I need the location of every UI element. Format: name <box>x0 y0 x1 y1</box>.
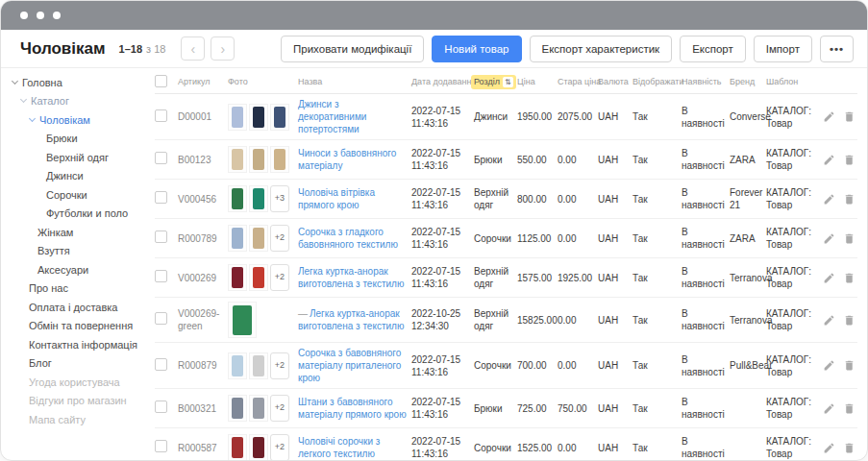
next-page-button[interactable]: › <box>211 36 235 61</box>
product-photo[interactable] <box>228 264 247 291</box>
sidebar-item-11[interactable]: Про нас <box>1 279 147 299</box>
edit-icon[interactable] <box>823 442 835 454</box>
edit-icon[interactable] <box>823 110 835 123</box>
product-photo[interactable] <box>228 225 247 252</box>
product-photo[interactable] <box>249 434 268 460</box>
export-button[interactable]: Експорт <box>680 36 746 62</box>
row-checkbox[interactable] <box>155 152 167 164</box>
sidebar-item-16[interactable]: Угода користувача <box>1 373 147 392</box>
sidebar-item-10[interactable]: Аксесуари <box>1 260 147 279</box>
sidebar-item-5[interactable]: Джинси <box>1 167 147 186</box>
sidebar-item-14[interactable]: Контактна інформація <box>1 335 147 354</box>
sidebar-item-17[interactable]: Відгуки про магазин <box>1 392 147 411</box>
edit-icon[interactable] <box>823 314 835 327</box>
import-button[interactable]: Імпорт <box>754 36 812 62</box>
sidebar-item-12[interactable]: Оплата і доставка <box>1 298 147 317</box>
row-checkbox[interactable] <box>155 270 167 282</box>
sidebar-item-2[interactable]: Чоловікам <box>1 110 147 130</box>
sidebar-item-9[interactable]: Взуття <box>1 242 147 261</box>
row-checkbox[interactable] <box>155 230 167 243</box>
window-minimize-button[interactable] <box>37 12 44 19</box>
product-photo[interactable] <box>228 302 257 338</box>
row-checkbox[interactable] <box>155 358 167 371</box>
product-photo[interactable] <box>249 395 268 422</box>
more-photos-badge[interactable]: +2 <box>270 434 289 460</box>
hide-modifications-button[interactable]: Приховати модифікації <box>281 36 424 62</box>
sidebar-item-18[interactable]: Мапа сайту <box>1 410 147 429</box>
product-link[interactable]: Джинси з декоративними потертостями <box>298 99 366 134</box>
column-header-sku[interactable]: Артикул <box>178 77 228 86</box>
more-actions-button[interactable]: ••• <box>820 36 854 62</box>
edit-icon[interactable] <box>823 272 835 284</box>
product-photo[interactable] <box>228 352 247 379</box>
product-photo[interactable] <box>270 146 289 173</box>
product-photo[interactable] <box>228 104 247 131</box>
sidebar-item-15[interactable]: Блог <box>1 354 147 374</box>
window-maximize-button[interactable] <box>53 12 61 19</box>
product-link[interactable]: Сорочка з бавовняного матеріалу притален… <box>298 348 401 383</box>
delete-icon[interactable] <box>843 272 856 284</box>
column-header-currency[interactable]: Валюта <box>598 77 632 86</box>
product-link[interactable]: Чоловічі сорочки з легкого текстилю <box>298 436 380 459</box>
edit-icon[interactable] <box>823 232 835 245</box>
sidebar-item-3[interactable]: Брюки <box>1 130 147 149</box>
product-photo[interactable] <box>228 146 247 173</box>
sidebar-item-4[interactable]: Верхній одяг <box>1 148 147 167</box>
edit-icon[interactable] <box>823 359 835 372</box>
column-header-section[interactable]: Розділ ⇅ <box>474 75 517 89</box>
sidebar-item-7[interactable]: Футболки и поло <box>1 205 147 224</box>
more-photos-badge[interactable]: +3 <box>270 185 289 212</box>
product-link[interactable]: Штани з бавовняного матеріалу прямого кр… <box>298 397 407 420</box>
column-header-name[interactable]: Назва <box>298 77 411 86</box>
product-photo[interactable] <box>249 146 268 173</box>
column-header-availability[interactable]: Наявність <box>682 77 730 86</box>
product-photo[interactable] <box>228 185 247 212</box>
column-header-old-price[interactable]: Стара ціна <box>558 77 598 86</box>
more-photos-badge[interactable]: +2 <box>270 395 289 422</box>
product-photo[interactable] <box>249 264 268 291</box>
column-header-display[interactable]: Відображати <box>632 77 682 86</box>
product-photo[interactable] <box>228 434 247 460</box>
edit-icon[interactable] <box>823 402 835 415</box>
edit-icon[interactable] <box>823 193 835 206</box>
select-all-checkbox[interactable] <box>155 75 167 87</box>
product-link[interactable]: Легка куртка-анорак виготовлена з тексти… <box>298 266 404 289</box>
window-close-button[interactable] <box>20 12 28 19</box>
sidebar-item-13[interactable]: Обмін та повернення <box>1 317 147 336</box>
column-header-template[interactable]: Шаблон <box>766 77 820 86</box>
row-checkbox[interactable] <box>155 191 167 204</box>
row-checkbox[interactable] <box>155 312 167 325</box>
product-photo[interactable] <box>249 104 268 131</box>
sidebar-item-0[interactable]: Головна <box>1 73 147 92</box>
column-header-photo[interactable]: Фото <box>228 77 298 86</box>
row-checkbox[interactable] <box>155 440 167 452</box>
delete-icon[interactable] <box>843 402 856 415</box>
column-header-price[interactable]: Ціна <box>517 77 558 86</box>
prev-page-button[interactable]: ‹ <box>181 36 205 61</box>
sidebar-item-6[interactable]: Сорочки <box>1 185 147 205</box>
product-photo[interactable] <box>249 185 268 212</box>
product-photo[interactable] <box>249 225 268 252</box>
column-header-date[interactable]: Дата додавання <box>411 77 474 86</box>
delete-icon[interactable] <box>843 193 856 206</box>
delete-icon[interactable] <box>843 314 856 327</box>
product-link[interactable]: Чиноси з бавовняного матеріалу <box>298 148 396 171</box>
delete-icon[interactable] <box>843 442 856 454</box>
export-attributes-button[interactable]: Експорт характеристик <box>530 36 673 62</box>
delete-icon[interactable] <box>843 232 856 245</box>
delete-icon[interactable] <box>843 154 856 166</box>
sidebar-item-8[interactable]: Жінкам <box>1 223 147 242</box>
row-checkbox[interactable] <box>155 400 167 413</box>
delete-icon[interactable] <box>843 359 856 372</box>
product-photo[interactable] <box>270 104 289 131</box>
product-link[interactable]: Чоловіча вітрівка прямого крою <box>298 187 375 210</box>
delete-icon[interactable] <box>843 110 856 123</box>
new-product-button[interactable]: Новий товар <box>432 36 521 62</box>
product-link[interactable]: Легка куртка-анорак виготовлена з тексти… <box>298 308 404 331</box>
sort-icon[interactable]: ⇅ <box>503 77 513 87</box>
row-checkbox[interactable] <box>155 109 167 122</box>
more-photos-badge[interactable]: +2 <box>270 225 289 252</box>
product-photo[interactable] <box>249 352 268 379</box>
column-header-brand[interactable]: Бренд <box>730 77 766 86</box>
more-photos-badge[interactable]: +2 <box>270 352 289 379</box>
